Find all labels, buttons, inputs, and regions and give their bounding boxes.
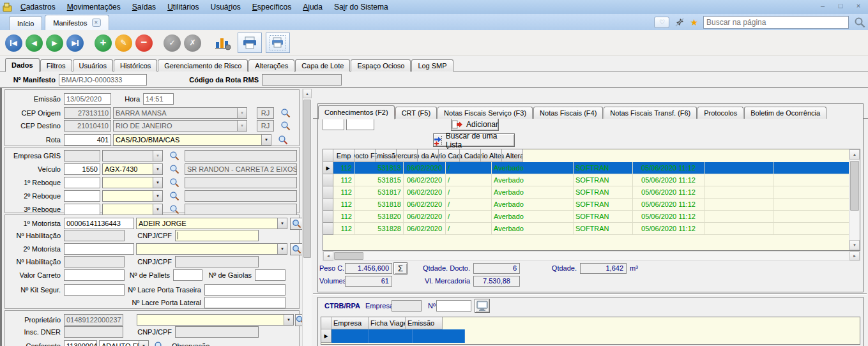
empresa-gris-combo[interactable]: ▼ <box>102 150 163 162</box>
hora-field[interactable]: 14:51 <box>143 93 174 105</box>
column-header[interactable]: Percurso <box>397 149 418 162</box>
insc-dner-field[interactable] <box>64 326 123 338</box>
menu-item[interactable]: Ajuda <box>297 3 328 11</box>
menu-item[interactable]: Cadastros <box>15 3 61 11</box>
dropdown-arrow-icon[interactable]: ▼ <box>139 341 148 346</box>
column-header[interactable]: Data Cadastro <box>460 149 481 162</box>
menu-item[interactable]: Específicos <box>247 3 297 11</box>
motorista2-lookup-button[interactable] <box>290 243 303 255</box>
rota-code-field[interactable]: 401 <box>64 134 111 146</box>
veiculo-code-field[interactable]: 1550 <box>64 163 100 175</box>
cep-destino-lookup-icon[interactable] <box>280 121 291 131</box>
table-vscrollbar[interactable]: ▲ ▼ <box>849 149 860 250</box>
cnpj1-field[interactable] <box>175 230 259 241</box>
motorista1-code-field[interactable]: 00006141136443 <box>64 218 134 229</box>
main-tab[interactable]: Capa de Lote <box>295 59 350 71</box>
confirm-button[interactable]: ✓ <box>164 34 181 52</box>
main-tab[interactable]: Espaço Ocioso <box>351 59 411 71</box>
table-row[interactable]: ▶ 112 531817 06/02/2020 / Averbado SOFTR… <box>323 186 860 199</box>
main-tab[interactable]: Gerenciamento de Risco <box>158 59 248 71</box>
scrollbar-thumb[interactable] <box>850 161 859 211</box>
nav-last-button[interactable]: ▶ <box>66 34 84 52</box>
reboque3-lookup-icon[interactable] <box>169 204 179 214</box>
column-header[interactable]: Situação da Averbação <box>418 149 439 162</box>
emissao-field[interactable]: 13/05/2020 <box>64 93 111 105</box>
add-record-button[interactable]: + <box>95 34 112 52</box>
scroll-up-icon[interactable]: ▲ <box>303 89 312 98</box>
reboque3-combo[interactable]: ▼ <box>102 204 163 215</box>
cancel-button[interactable]: ✗ <box>184 34 201 52</box>
menu-item[interactable]: Sair do Sistema <box>328 3 394 11</box>
documents-tab[interactable]: Boletim de Ocorrência <box>744 107 826 119</box>
dropdown-arrow-icon[interactable]: ▼ <box>153 177 162 188</box>
cep-destino-city-combo[interactable]: RIO DE JANEIRO▼ <box>113 120 247 132</box>
table-row[interactable]: ▶ 112 531815 06/02/2020 / Averbado SOFTR… <box>323 174 860 186</box>
table-row[interactable]: ▶ 112 531818 06/02/2020 / Averbado SOFTR… <box>323 199 860 211</box>
column-header[interactable]: Nº Docto Fiscal <box>354 149 376 162</box>
reboque2-code-field[interactable] <box>64 190 100 202</box>
documents-tab[interactable]: Conhecimentos (F2) <box>318 105 395 119</box>
cep-origem-city-combo[interactable]: BARRA MANSA▼ <box>113 107 247 119</box>
delete-record-button[interactable]: − <box>135 34 153 52</box>
column-header[interactable]: Usuário Alteração <box>481 149 502 162</box>
ctrb-selected-row[interactable]: ▶ <box>321 329 860 343</box>
edit-record-button[interactable]: ✎ <box>115 34 132 52</box>
kit-segur-field[interactable] <box>64 284 125 296</box>
nav-first-button[interactable]: ◀ <box>5 34 22 52</box>
favorites-button[interactable]: ♡ <box>654 17 669 28</box>
reboque2-combo[interactable]: ▼ <box>102 190 163 202</box>
row-selector[interactable]: ▶ <box>323 174 333 186</box>
reboque1-combo[interactable]: ▼ <box>102 177 163 188</box>
table-row[interactable]: ▶ 112 531813 06/02/2020 / Averbado SOFTR… <box>323 162 860 174</box>
buscar-lista-button[interactable]: Buscar de uma Lista <box>433 133 515 147</box>
main-tab[interactable]: Alterações <box>248 59 294 71</box>
documents-tab[interactable]: Notas Fiscais (F4) <box>533 107 603 119</box>
close-button[interactable]: × <box>853 2 864 10</box>
scroll-right-icon[interactable]: ► <box>849 252 860 260</box>
minimize-button[interactable]: – <box>817 2 828 10</box>
menu-item[interactable]: Movimentações <box>61 3 126 11</box>
nav-previous-button[interactable]: ◀ <box>26 34 43 52</box>
find-on-page-input[interactable] <box>703 16 849 29</box>
empresa-entry-field[interactable] <box>323 117 344 130</box>
table-row[interactable]: ▶ 112 531828 06/02/2020 / Averbado SOFTR… <box>323 223 860 235</box>
pin-icon[interactable] <box>674 17 685 27</box>
main-tab[interactable]: Dados <box>5 58 40 72</box>
column-header[interactable]: Empresa <box>331 317 369 329</box>
tab-close-icon[interactable]: × <box>92 19 101 27</box>
cnpj2-field[interactable] <box>175 256 259 267</box>
sigma-button[interactable]: Σ <box>393 262 407 275</box>
documents-tab[interactable]: Notas Fiscais Serviço (F3) <box>438 107 533 119</box>
nrdocto-entry-field[interactable] <box>346 117 374 130</box>
dropdown-arrow-icon[interactable]: ▼ <box>237 121 247 131</box>
documents-tab[interactable]: Protocolos <box>697 107 743 119</box>
menu-item[interactable]: Utilitários <box>162 3 204 11</box>
dropdown-arrow-icon[interactable]: ▼ <box>153 191 162 201</box>
scrollbar-thumb[interactable] <box>303 100 311 258</box>
rota-rms-field[interactable] <box>262 74 342 86</box>
ctrb-monitor-button[interactable] <box>475 299 490 313</box>
ctrb-empresa-field[interactable] <box>392 300 422 312</box>
motorista2-code-field[interactable] <box>64 243 134 255</box>
empresa-gris-lookup-icon[interactable] <box>169 151 179 161</box>
motorista2-combo[interactable]: ▼ <box>136 243 287 255</box>
cep-origem-lookup-icon[interactable] <box>280 108 291 118</box>
restore-button[interactable]: □ <box>835 2 846 10</box>
pallets-field[interactable] <box>173 269 202 281</box>
column-header[interactable]: Data Alteração <box>502 149 523 162</box>
dropdown-arrow-icon[interactable]: ▼ <box>277 244 287 254</box>
scroll-down-icon[interactable]: ▼ <box>849 240 860 250</box>
ctrb-numero-field[interactable] <box>436 300 471 312</box>
column-header[interactable]: Emissão <box>406 317 443 329</box>
print-preview-button[interactable] <box>266 33 290 53</box>
documents-tab[interactable]: Notas Fiscais Transf. (F6) <box>604 107 697 119</box>
table-row[interactable]: ▶ 112 531820 06/02/2020 / Averbado SOFTR… <box>323 211 860 223</box>
dropdown-arrow-icon[interactable]: ▼ <box>153 204 162 214</box>
nav-next-button[interactable]: ▶ <box>46 34 63 52</box>
row-selector[interactable]: ▶ <box>323 211 333 223</box>
gaiolas-field[interactable] <box>255 269 286 281</box>
reboque1-lookup-icon[interactable] <box>169 177 179 188</box>
row-selector[interactable]: ▶ <box>323 223 333 235</box>
main-tab[interactable]: Log SMP <box>411 59 453 71</box>
lacre-traseira-field[interactable] <box>204 284 286 296</box>
